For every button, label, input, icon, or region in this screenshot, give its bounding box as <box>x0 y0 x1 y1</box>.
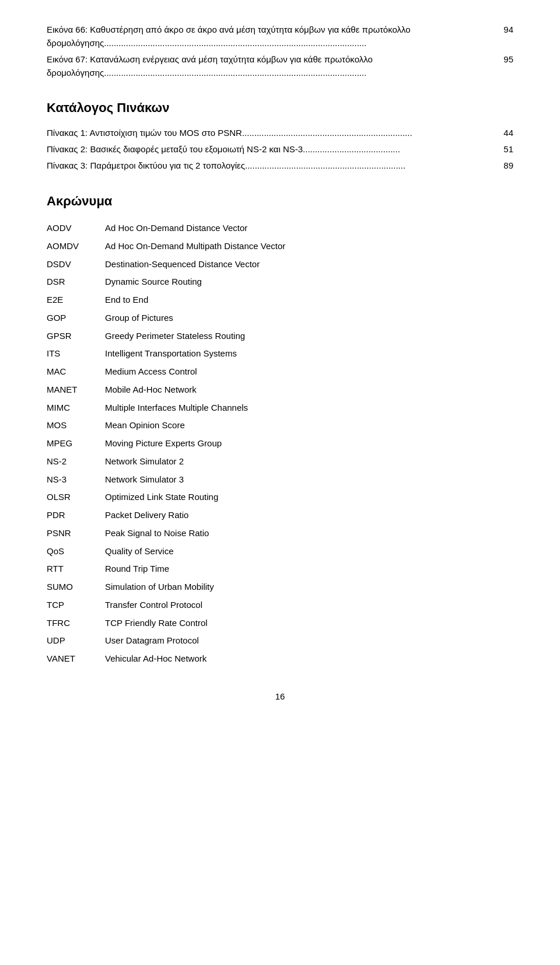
acronym-abbr: GPSR <box>47 327 105 345</box>
acronym-abbr: NS-2 <box>47 453 105 471</box>
list-item: AODVAd Hoc On-Demand Distance Vector <box>47 219 513 237</box>
acronym-full: Multiple Interfaces Multiple Channels <box>105 399 513 417</box>
acronym-abbr: NS-3 <box>47 471 105 489</box>
top-entry-66-num: 94 <box>503 23 513 50</box>
table-entry-1-num: 44 <box>503 126 513 140</box>
list-item: QoSQuality of Service <box>47 543 513 561</box>
acronym-full: Group of Pictures <box>105 309 513 327</box>
list-item: UDPUser Datagram Protocol <box>47 632 513 650</box>
table-entry-2-num: 51 <box>503 142 513 156</box>
acronym-full: Moving Picture Experts Group <box>105 435 513 453</box>
table-entry-2: Πίνακας 2: Βασικές διαφορές μεταξύ του ε… <box>47 142 513 156</box>
acronym-full: Packet Delivery Ratio <box>105 506 513 525</box>
list-item: PDRPacket Delivery Ratio <box>47 506 513 525</box>
list-item: MOSMean Opinion Score <box>47 417 513 435</box>
acronym-abbr: MOS <box>47 417 105 435</box>
acronym-full: Optimized Link State Routing <box>105 488 513 506</box>
top-entry-66-text: Εικόνα 66: Καθυστέρηση από άκρο σε άκρο … <box>47 23 498 50</box>
list-item: NS-2Network Simulator 2 <box>47 453 513 471</box>
acronym-full: Mobile Ad-Hoc Network <box>105 381 513 399</box>
acronym-abbr: OLSR <box>47 488 105 506</box>
table-entry-1: Πίνακας 1: Αντιστοίχιση τιμών του MOS στ… <box>47 126 513 140</box>
acronym-full: Greedy Perimeter Stateless Routing <box>105 327 513 345</box>
list-item: DSRDynamic Source Routing <box>47 273 513 291</box>
acronym-full: Intelligent Transportation Systems <box>105 345 513 363</box>
list-item: MACMedium Access Control <box>47 363 513 381</box>
acronym-full: TCP Friendly Rate Control <box>105 614 513 632</box>
acronym-abbr: MIMC <box>47 399 105 417</box>
list-item: E2EEnd to End <box>47 291 513 309</box>
list-item: AOMDVAd Hoc On-Demand Multipath Distance… <box>47 237 513 256</box>
list-item: MPEGMoving Picture Experts Group <box>47 435 513 453</box>
list-item: TFRCTCP Friendly Rate Control <box>47 614 513 632</box>
acronym-full: Dynamic Source Routing <box>105 273 513 291</box>
acronym-abbr: RTT <box>47 560 105 578</box>
acronym-abbr: UDP <box>47 632 105 650</box>
acronym-title: Ακρώνυμα <box>47 194 513 209</box>
acronym-full: Medium Access Control <box>105 363 513 381</box>
table-entry-3-text: Πίνακας 3: Παράμετροι δικτύου για τις 2 … <box>47 159 498 173</box>
acronym-abbr: MANET <box>47 381 105 399</box>
list-item: DSDVDestination-Sequenced Distance Vecto… <box>47 256 513 274</box>
acronym-abbr: AODV <box>47 219 105 237</box>
page: Εικόνα 66: Καθυστέρηση από άκρο σε άκρο … <box>0 0 560 736</box>
acronym-abbr: AOMDV <box>47 237 105 256</box>
acronym-abbr: GOP <box>47 309 105 327</box>
acronym-full: Ad Hoc On-Demand Multipath Distance Vect… <box>105 237 513 256</box>
acronym-abbr: QoS <box>47 543 105 561</box>
acronym-full: Network Simulator 3 <box>105 471 513 489</box>
acronym-full: Mean Opinion Score <box>105 417 513 435</box>
tables-title: Κατάλογος Πινάκων <box>47 100 513 116</box>
acronym-full: Simulation of Urban Mobility <box>105 578 513 596</box>
acronym-full: Quality of Service <box>105 543 513 561</box>
top-entry-67-text: Εικόνα 67: Κατανάλωση ενέργειας ανά μέση… <box>47 53 498 79</box>
acronym-section: Ακρώνυμα AODVAd Hoc On-Demand Distance V… <box>47 194 513 668</box>
table-list: Πίνακας 1: Αντιστοίχιση τιμών του MOS στ… <box>47 126 513 173</box>
acronym-full: Network Simulator 2 <box>105 453 513 471</box>
acronym-abbr: ITS <box>47 345 105 363</box>
acronym-full: Vehicular Ad-Hoc Network <box>105 650 513 668</box>
acronym-abbr: PDR <box>47 506 105 525</box>
top-entry-67-num: 95 <box>503 53 513 79</box>
acronym-abbr: E2E <box>47 291 105 309</box>
acronym-full: End to End <box>105 291 513 309</box>
acronym-full: Peak Signal to Noise Ratio <box>105 525 513 543</box>
table-entry-2-text: Πίνακας 2: Βασικές διαφορές μεταξύ του ε… <box>47 142 498 156</box>
list-item: TCPTransfer Control Protocol <box>47 596 513 614</box>
list-item: GPSRGreedy Perimeter Stateless Routing <box>47 327 513 345</box>
acronym-abbr: DSDV <box>47 256 105 274</box>
list-item: PSNRPeak Signal to Noise Ratio <box>47 525 513 543</box>
list-item: GOPGroup of Pictures <box>47 309 513 327</box>
list-item: NS-3Network Simulator 3 <box>47 471 513 489</box>
list-item: SUMOSimulation of Urban Mobility <box>47 578 513 596</box>
acronym-abbr: PSNR <box>47 525 105 543</box>
list-item: VANETVehicular Ad-Hoc Network <box>47 650 513 668</box>
acronym-full: Ad Hoc On-Demand Distance Vector <box>105 219 513 237</box>
table-entry-3-num: 89 <box>503 159 513 173</box>
acronym-abbr: TFRC <box>47 614 105 632</box>
acronym-abbr: TCP <box>47 596 105 614</box>
acronym-full: User Datagram Protocol <box>105 632 513 650</box>
acronym-abbr: VANET <box>47 650 105 668</box>
acronym-full: Round Trip Time <box>105 560 513 578</box>
list-item: ITSIntelligent Transportation Systems <box>47 345 513 363</box>
acronym-abbr: SUMO <box>47 578 105 596</box>
list-item: MIMCMultiple Interfaces Multiple Channel… <box>47 399 513 417</box>
list-item: MANETMobile Ad-Hoc Network <box>47 381 513 399</box>
list-item: RTTRound Trip Time <box>47 560 513 578</box>
tables-section: Κατάλογος Πινάκων Πίνακας 1: Αντιστοίχισ… <box>47 100 513 173</box>
acronym-abbr: MAC <box>47 363 105 381</box>
acronym-table: AODVAd Hoc On-Demand Distance VectorAOMD… <box>47 219 513 668</box>
acronym-full: Transfer Control Protocol <box>105 596 513 614</box>
top-entry-67: Εικόνα 67: Κατανάλωση ενέργειας ανά μέση… <box>47 53 513 79</box>
table-entry-3: Πίνακας 3: Παράμετροι δικτύου για τις 2 … <box>47 159 513 173</box>
acronym-abbr: DSR <box>47 273 105 291</box>
table-entry-1-text: Πίνακας 1: Αντιστοίχιση τιμών του MOS στ… <box>47 126 498 140</box>
acronym-full: Destination-Sequenced Distance Vector <box>105 256 513 274</box>
list-item: OLSROptimized Link State Routing <box>47 488 513 506</box>
top-section: Εικόνα 66: Καθυστέρηση από άκρο σε άκρο … <box>47 23 513 79</box>
top-entry-66: Εικόνα 66: Καθυστέρηση από άκρο σε άκρο … <box>47 23 513 50</box>
acronym-abbr: MPEG <box>47 435 105 453</box>
page-number: 16 <box>47 691 513 701</box>
